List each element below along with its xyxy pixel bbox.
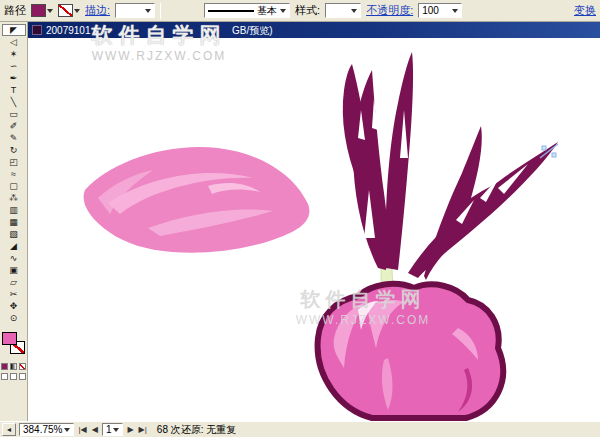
brush-definition-combo[interactable]: 基本 [204,3,290,18]
panel-context-label: 路径 [4,3,26,18]
none-mode-button[interactable] [19,363,26,370]
chevron-down-icon [113,428,119,432]
stroke-link[interactable]: 描边: [85,3,110,18]
screen-mode-menubar-button[interactable] [10,373,17,380]
page-number-field[interactable]: 1 [102,423,124,436]
first-page-button[interactable]: |◀ [77,425,87,434]
tools-panel: ◤◁✶∽✒T╲▭✐✎↻◰≈▢⁂▥▦▧◢∿▣▱✂✥⊙ [0,22,28,421]
fill-color-swatch[interactable] [31,4,46,17]
transform-link[interactable]: 变换 [574,3,596,18]
document-window: 20079101 GB/预览) 软件自学网 WWW.RJZXW.COM [28,22,600,421]
stroke-none-swatch[interactable] [58,4,73,17]
opacity-value: 100 [422,5,439,16]
document-title-left: 20079101 [46,25,91,36]
magic-wand-tool[interactable]: ✶ [2,48,26,60]
document-title-right: GB/预览) [232,24,273,38]
fill-stroke-widget [1,332,27,360]
bulb[interactable] [318,284,504,418]
lasso-tool[interactable]: ∽ [2,60,26,72]
stroke-weight-combo[interactable] [115,3,155,18]
scissors-tool[interactable]: ✂ [2,288,26,300]
selection-anchors[interactable] [540,144,558,158]
last-page-button[interactable]: ▶| [138,425,148,434]
chevron-down-icon [145,9,151,13]
type-tool[interactable]: T [2,84,26,96]
symbol-sprayer-tool[interactable]: ⁂ [2,192,26,204]
rectangle-tool[interactable]: ▭ [2,108,26,120]
status-bar: ◂ 384.75% |◀ ◀ 1 ▶ ▶| 68 次还原: 无重复 [0,421,600,437]
next-page-button[interactable]: ▶ [126,425,134,434]
chevron-down-icon [351,9,357,13]
zoom-tool[interactable]: ⊙ [2,312,26,324]
screen-mode-normal-button[interactable] [1,373,8,380]
chevron-down-icon [64,428,70,432]
eyedropper-tool[interactable]: ◢ [2,240,26,252]
pink-leaf[interactable] [84,147,310,253]
control-bar: 路径 描边: 基本 样式: 不透明度: 100 变换 [0,0,600,22]
fill-swatch[interactable] [2,332,17,345]
illustrator-window: 路径 描边: 基本 样式: 不透明度: 100 变换 [0,0,600,437]
stroke-color-control[interactable] [58,4,80,17]
flower-artwork [28,38,600,421]
scale-tool[interactable]: ◰ [2,156,26,168]
free-transform-tool[interactable]: ▢ [2,180,26,192]
status-message: 68 次还原: 无重复 [157,423,236,437]
rotate-tool[interactable]: ↻ [2,144,26,156]
artboard-canvas[interactable]: 软件自学网 WWW.RJZXW.COM [28,38,600,421]
pencil-tool[interactable]: ✎ [2,132,26,144]
screen-mode-full-button[interactable] [19,373,26,380]
paintbrush-tool[interactable]: ✐ [2,120,26,132]
color-mode-button[interactable] [1,363,8,370]
dark-leaves[interactable] [343,52,558,280]
separator [160,3,161,19]
slice-tool[interactable]: ▱ [2,276,26,288]
direct-selection-tool[interactable]: ◁ [2,36,26,48]
chevron-down-icon [452,9,458,13]
selection-tool[interactable]: ◤ [2,24,26,36]
paint-mode-row [1,363,26,370]
status-corner-button[interactable]: ◂ [2,423,16,436]
fill-color-control[interactable] [31,4,53,17]
warp-tool[interactable]: ≈ [2,168,26,180]
gradient-mode-button[interactable] [10,363,17,370]
opacity-combo[interactable]: 100 [418,3,462,18]
live-paint-bucket-tool[interactable]: ▣ [2,264,26,276]
page-number-value: 1 [106,424,112,435]
document-icon [32,25,42,35]
style-combo[interactable] [325,3,361,18]
document-titlebar[interactable]: 20079101 GB/预览) [28,22,600,38]
blend-tool[interactable]: ∿ [2,252,26,264]
chevron-down-icon [280,9,286,13]
mesh-tool[interactable]: ▦ [2,216,26,228]
zoom-field[interactable]: 384.75% [19,423,74,436]
line-segment-tool[interactable]: ╲ [2,96,26,108]
brush-stroke-preview-icon [208,10,254,12]
opacity-link[interactable]: 不透明度: [366,3,413,18]
column-graph-tool[interactable]: ▥ [2,204,26,216]
pen-tool[interactable]: ✒ [2,72,26,84]
chevron-down-icon[interactable] [47,9,53,13]
toolbar-tools: ◤◁✶∽✒T╲▭✐✎↻◰≈▢⁂▥▦▧◢∿▣▱✂✥⊙ [2,24,26,324]
brush-name: 基本 [257,4,277,18]
zoom-value: 384.75% [23,424,62,435]
screen-mode-row [1,373,26,380]
gradient-tool[interactable]: ▧ [2,228,26,240]
chevron-down-icon[interactable] [74,9,80,13]
hand-tool[interactable]: ✥ [2,300,26,312]
style-label: 样式: [295,3,320,18]
prev-page-button[interactable]: ◀ [91,425,99,434]
